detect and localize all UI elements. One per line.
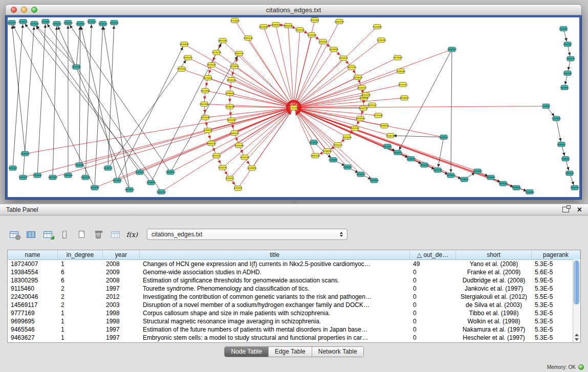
cell-out_degree[interactable]: 49 [410,260,456,268]
cell-short[interactable]: Wolkin et al. (1998) [456,317,532,325]
table-row[interactable]: 1456911722003Disruption of a novel membe… [8,301,580,309]
zoom-button[interactable] [31,7,37,13]
graph-node[interactable]: 10859234 [48,175,58,180]
cell-name[interactable]: 19384554 [8,268,58,276]
graph-node[interactable]: 20871543 [244,36,253,40]
graph-node[interactable]: 9456789 [563,71,572,75]
scroll-down-icon[interactable] [575,338,579,341]
cell-name[interactable]: 9777169 [8,309,58,317]
cell-out_degree[interactable]: 0 [410,285,456,293]
graph-node[interactable]: 12103465 [552,116,561,121]
graph-node[interactable]: 20456123 [183,55,193,60]
graph-node[interactable]: 8131804 [311,18,319,23]
graph-node[interactable]: 9409679 [8,20,16,25]
graph-node[interactable]: 16324789 [157,189,166,194]
graph-node[interactable]: 25260850 [20,151,30,156]
cell-title[interactable]: Estimation of the future numbers of pati… [140,325,410,334]
table-row[interactable]: 1938455462009Genome-wide association stu… [8,268,580,276]
graph-node[interactable]: 12450198 [81,175,91,180]
minimize-button[interactable] [21,7,27,13]
graph-node[interactable]: 17485081 [396,69,406,73]
graph-node[interactable]: 11161412 [367,103,377,107]
graph-node[interactable]: 10788328 [322,149,332,154]
network-graph[interactable]: 1721240187240071938455418300295179151602… [8,17,579,197]
graph-node[interactable]: 11612470 [361,93,371,97]
cell-out_degree[interactable]: 0 [410,309,456,317]
graph-node[interactable]: 9890123 [565,171,574,176]
cell-name[interactable]: 9699695 [8,317,58,325]
cell-title[interactable]: Corpus callosum shape and size in male p… [140,309,410,317]
cell-year[interactable]: 2008 [103,260,140,268]
cell-out_degree[interactable]: 0 [410,301,456,309]
vertical-scrollbar[interactable] [573,259,580,342]
column-header-in_degree[interactable]: in_degree [58,250,103,259]
cell-name[interactable]: 18300295 [8,276,58,285]
cell-in_degree[interactable]: 2 [58,285,103,293]
cell-in_degree[interactable]: 2 [58,293,103,301]
cell-year[interactable]: 1997 [103,334,140,342]
graph-node[interactable]: 20531942 [72,64,81,69]
table-row[interactable]: 1872400712008Changes of HCN gene express… [8,260,580,268]
graph-node[interactable]: 18852461 [218,38,228,43]
cell-out_degree[interactable]: 0 [410,268,456,276]
cell-title[interactable]: Tourette syndrome. Phenomenology and cla… [140,285,410,293]
cell-short[interactable]: Franke et al. (2009) [456,268,532,276]
graph-node[interactable]: 11932310 [52,21,62,26]
graph-node[interactable]: 16162547 [357,85,367,90]
graph-node[interactable]: 16059939 [329,47,339,52]
graph-node[interactable]: 17200890 [525,189,535,194]
table-row[interactable]: 911546021997Tourette syndrome. Phenomeno… [8,285,580,293]
column-header-year[interactable]: year [103,250,140,259]
panel-resize-handle[interactable] [291,200,297,204]
graph-node[interactable]: 10196735 [18,19,28,24]
table-selector-dropdown[interactable]: citations_edges.txt [147,229,347,240]
cell-in_degree[interactable]: 6 [58,268,103,276]
cell-in_degree[interactable]: 1 [58,309,103,317]
graph-node[interactable]: 9901234 [571,185,579,190]
graph-node[interactable]: 9543210 [386,133,395,138]
graph-node[interactable]: 8765021 [226,176,234,181]
graph-node[interactable]: 1721240 [290,105,298,110]
graph-node[interactable]: 13498213 [406,157,416,161]
cell-name[interactable]: 9463627 [8,334,58,342]
column-header-out_degree[interactable]: △ out_de… [410,250,456,259]
table-options-icon[interactable] [7,228,20,240]
graph-node[interactable]: 12875043 [201,115,210,120]
graph-node[interactable]: 15824327 [339,56,349,60]
graph-node[interactable]: 19234870 [230,64,239,69]
graph-node[interactable]: 14569117 [318,39,328,44]
show-columns-icon[interactable] [24,228,37,240]
cell-short[interactable]: Dudbridge et al. (2008) [456,276,532,285]
graph-node[interactable]: 15274101 [203,75,213,80]
cell-year[interactable]: 2009 [103,268,140,276]
graph-node[interactable]: 12254909 [373,25,382,29]
float-panel-icon[interactable] [562,207,569,212]
table-row[interactable]: 946554611997Estimation of the future num… [8,325,580,334]
graph-node[interactable]: 15958 [542,104,550,108]
cell-year[interactable]: 1997 [103,285,140,293]
cell-short[interactable]: Jankovic et al. (1997) [456,285,532,293]
cell-out_degree[interactable]: 0 [410,325,456,334]
cell-in_degree[interactable]: 1 [58,325,103,334]
cell-year[interactable]: 1998 [103,317,140,325]
cell-name[interactable]: 18724007 [8,260,58,268]
graph-node[interactable]: 13613490 [200,102,209,106]
cell-out_degree[interactable]: 0 [410,276,456,285]
graph-node[interactable]: 9789012 [561,157,570,161]
graph-node[interactable]: 15555678 [473,169,483,173]
import-table-icon[interactable] [108,228,122,240]
graph-node[interactable]: 14678203 [125,187,135,192]
graph-node[interactable]: 16654321 [227,118,236,122]
column-header-short[interactable]: short [456,250,532,259]
cell-short[interactable]: Nakamura et al. (1997) [456,325,532,334]
close-panel-icon[interactable] [577,206,582,213]
graph-node[interactable]: 15302102 [98,21,108,26]
graph-node[interactable]: 19987123 [234,51,244,56]
graph-node[interactable]: 10891247 [207,141,216,146]
graph-node[interactable]: 14765432 [240,155,250,160]
graph-node[interactable]: 10715449 [374,113,383,118]
window-titlebar[interactable]: citations_edges.txt [5,4,582,15]
memory-indicator-icon[interactable] [578,364,584,370]
graph-node[interactable]: 14733012 [446,173,456,178]
create-table-icon[interactable] [75,228,88,240]
